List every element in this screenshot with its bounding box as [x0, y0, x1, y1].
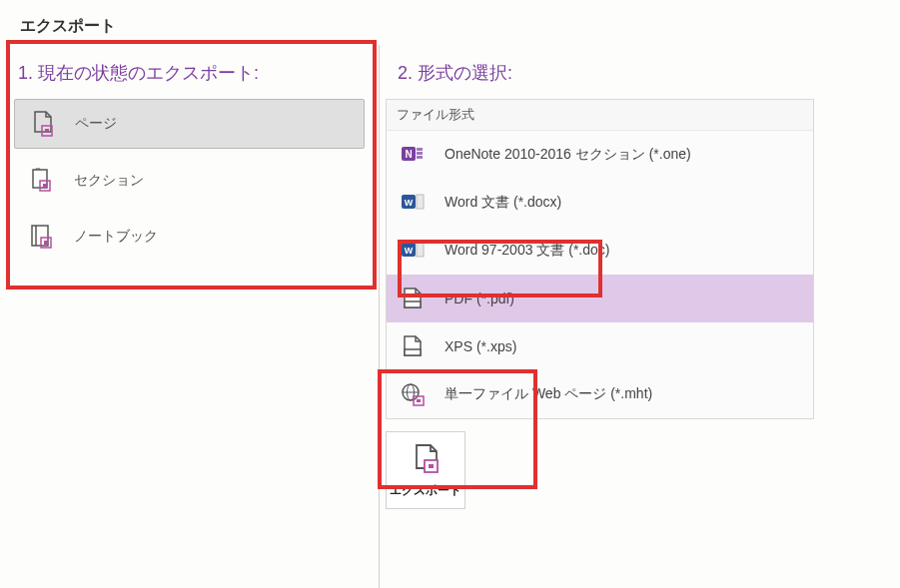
svg-rect-12 [417, 152, 423, 155]
svg-rect-13 [417, 156, 423, 159]
page-export-icon [29, 110, 57, 138]
svg-rect-28 [429, 464, 434, 468]
page-title: エクスポート [0, 0, 900, 45]
svg-rect-19 [417, 243, 424, 257]
step1-item-page[interactable]: ページ [14, 99, 365, 149]
step1-item-label: ページ [75, 115, 117, 133]
word-icon: W [399, 237, 427, 265]
pdf-icon [399, 285, 427, 312]
format-panel-header: ファイル形式 [387, 100, 813, 131]
format-item-docx[interactable]: W Word 文書 (*.docx) [387, 179, 813, 227]
svg-rect-20 [405, 301, 421, 307]
svg-text:N: N [405, 149, 412, 160]
svg-rect-21 [405, 349, 421, 355]
svg-text:W: W [405, 198, 414, 208]
export-button[interactable]: エクスポート [386, 431, 465, 509]
format-item-label: 単一ファイル Web ページ (*.mht) [445, 385, 652, 403]
format-item-label: PDF (*.pdf) [445, 291, 514, 306]
svg-text:W: W [405, 246, 414, 256]
svg-rect-4 [43, 184, 47, 188]
step1-panel: 1. 現在の状態のエクスポート: ページ [0, 45, 380, 588]
step2-heading: 2. 形式の選択: [380, 53, 900, 99]
format-item-pdf[interactable]: PDF (*.pdf) [387, 275, 813, 322]
format-item-mht[interactable]: 単一ファイル Web ページ (*.mht) [387, 370, 813, 418]
svg-rect-1 [45, 129, 49, 133]
step1-item-label: セクション [74, 172, 144, 190]
export-icon [409, 442, 443, 476]
step1-list: ページ セクション [0, 99, 379, 261]
format-item-label: Word 97-2003 文書 (*.doc) [445, 242, 609, 260]
format-item-label: XPS (*.xps) [445, 338, 516, 354]
step2-panel: 2. 形式の選択: ファイル形式 N OneNote 2010-2016 セクシ… [380, 45, 900, 588]
step1-item-label: ノートブック [74, 228, 158, 246]
step1-item-notebook[interactable]: ノートブック [14, 213, 365, 261]
svg-rect-11 [417, 148, 423, 151]
step1-item-section[interactable]: セクション [14, 157, 365, 205]
format-item-label: Word 文書 (*.docx) [445, 194, 561, 212]
section-export-icon [28, 167, 56, 195]
svg-rect-8 [44, 241, 48, 245]
onenote-icon: N [399, 141, 427, 169]
word-icon: W [399, 189, 427, 217]
notebook-export-icon [28, 223, 56, 251]
svg-rect-26 [417, 399, 421, 402]
format-item-onenote[interactable]: N OneNote 2010-2016 セクション (*.one) [387, 131, 813, 179]
web-icon [399, 380, 427, 408]
export-button-label: エクスポート [390, 482, 461, 499]
xps-icon [399, 332, 427, 360]
format-panel: ファイル形式 N OneNote 2010-2016 セクション (*.one) [386, 99, 814, 419]
format-item-doc[interactable]: W Word 97-2003 文書 (*.doc) [387, 227, 813, 275]
format-item-xps[interactable]: XPS (*.xps) [387, 322, 813, 370]
format-item-label: OneNote 2010-2016 セクション (*.one) [445, 146, 691, 164]
svg-rect-16 [417, 195, 424, 209]
step1-heading: 1. 現在の状態のエクスポート: [0, 53, 379, 99]
